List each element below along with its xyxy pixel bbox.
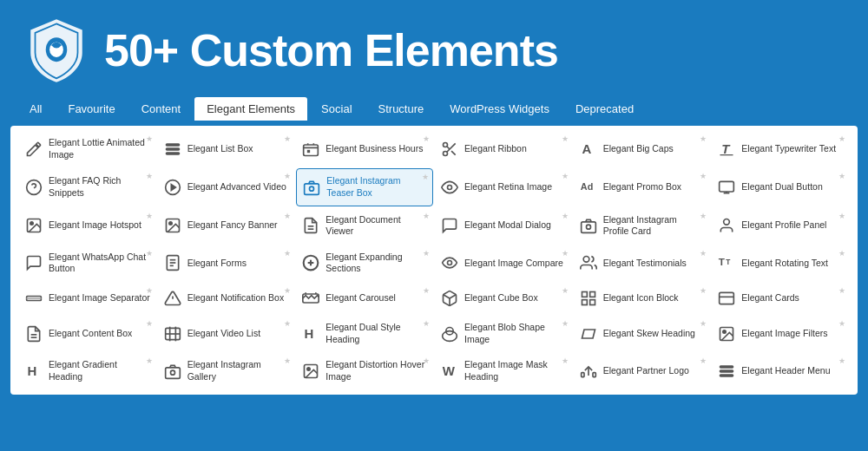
grid-item-10[interactable]: ★AdElegant Promo Box	[574, 168, 711, 206]
grid-item-20[interactable]: ★Elegant Expanding Sections	[296, 245, 433, 281]
item-label: Elegant Document Viewer	[326, 214, 428, 238]
grid-item-33[interactable]: ★Elegant Blob Shape Image	[435, 316, 572, 351]
tab-structure[interactable]: Structure	[366, 97, 437, 121]
svg-rect-17	[720, 181, 734, 192]
tabs-bar: All Favourite Content Elegant Elements S…	[0, 97, 868, 121]
grid-item-18[interactable]: ★Elegant WhatsApp Chat Button	[19, 245, 156, 281]
grid-item-17[interactable]: ★Elegant Profile Panel	[712, 208, 849, 244]
svg-marker-12	[171, 185, 175, 191]
grid-item-41[interactable]: ★Elegant Header Menu	[712, 353, 849, 389]
grid-item-32[interactable]: ★HElegant Dual Style Heading	[296, 316, 433, 351]
grid-item-35[interactable]: ★Elegant Image Filters	[712, 316, 849, 351]
elements-grid: ★Elegant Lottie Animated Image★Elegant L…	[19, 131, 849, 389]
svg-point-34	[448, 261, 452, 265]
item-label: Elegant Promo Box	[603, 181, 681, 193]
item-icon: W	[440, 362, 459, 381]
svg-rect-2	[166, 144, 179, 146]
item-label: Elegant Cube Box	[464, 292, 538, 304]
grid-item-13[interactable]: ★Elegant Fancy Banner	[158, 208, 295, 244]
star-icon: ★	[146, 319, 153, 328]
star-icon: ★	[284, 134, 291, 143]
star-icon: ★	[838, 356, 845, 365]
grid-item-1[interactable]: ★Elegant List Box	[158, 131, 295, 167]
grid-item-8[interactable]: ★Elegant Instagram Teaser Box	[296, 168, 433, 206]
grid-item-40[interactable]: ★Elegant Partner Logo	[574, 353, 711, 389]
grid-item-0[interactable]: ★Elegant Lottie Animated Image	[19, 131, 156, 167]
star-icon: ★	[284, 319, 291, 328]
item-label: Elegant Image Hotspot	[49, 219, 141, 232]
grid-item-12[interactable]: ★Elegant Image Hotspot	[19, 208, 156, 244]
item-label: Elegant Fancy Banner	[187, 219, 278, 232]
grid-item-2[interactable]: ★Elegant Business Hours	[296, 131, 433, 167]
grid-item-27[interactable]: ★Elegant Cube Box	[435, 283, 572, 314]
item-label: Elegant Business Hours	[326, 143, 423, 155]
star-icon: ★	[423, 319, 430, 328]
item-label: Elegant Notification Box	[187, 292, 284, 304]
star-icon: ★	[700, 356, 707, 365]
grid-item-6[interactable]: ★Elegant FAQ Rich Snippets	[19, 168, 156, 206]
svg-rect-5	[304, 145, 319, 156]
grid-item-28[interactable]: ★Elegant Icon Block	[574, 283, 711, 314]
item-label: Elegant Image Filters	[741, 328, 827, 340]
tab-wordpress-widgets[interactable]: WordPress Widgets	[437, 97, 562, 121]
star-icon: ★	[700, 172, 707, 180]
grid-item-25[interactable]: ★Elegant Notification Box	[158, 283, 295, 314]
tab-content[interactable]: Content	[129, 97, 194, 121]
svg-point-57	[443, 330, 457, 341]
svg-point-65	[307, 368, 310, 370]
star-icon: ★	[146, 249, 153, 258]
item-label: Elegant Dual Style Heading	[326, 322, 428, 345]
item-icon	[163, 362, 182, 381]
item-label: Elegant Carousel	[326, 292, 396, 304]
grid-item-3[interactable]: ★Elegant Ribbon	[435, 131, 572, 167]
svg-rect-67	[581, 373, 583, 377]
star-icon: ★	[284, 286, 291, 295]
grid-item-38[interactable]: ★Elegant Distortion Hover Image	[296, 353, 433, 389]
grid-item-34[interactable]: ★Elegant Skew Heading	[574, 316, 711, 351]
item-label: Elegant Instagram Profile Card	[603, 214, 706, 238]
grid-item-30[interactable]: ★Elegant Content Box	[19, 316, 156, 351]
item-label: Elegant Skew Heading	[603, 328, 695, 340]
tab-favourite[interactable]: Favourite	[56, 97, 127, 121]
item-icon	[579, 216, 598, 235]
grid-item-36[interactable]: ★HElegant Gradient Heading	[19, 353, 156, 389]
star-icon: ★	[284, 356, 291, 365]
grid-item-4[interactable]: ★AElegant Big Caps	[574, 131, 711, 167]
grid-item-5[interactable]: ★TElegant Typewriter Text	[712, 131, 849, 167]
tab-elegant-elements[interactable]: Elegant Elements	[194, 97, 307, 121]
grid-item-14[interactable]: ★Elegant Document Viewer	[296, 208, 433, 244]
grid-item-11[interactable]: ★Elegant Dual Button	[712, 168, 849, 206]
tab-all[interactable]: All	[17, 97, 54, 121]
svg-text:A: A	[582, 141, 591, 156]
grid-item-31[interactable]: ★Elegant Video List	[158, 316, 295, 351]
grid-item-37[interactable]: ★Elegant Instagram Gallery	[158, 353, 295, 389]
grid-item-16[interactable]: ★Elegant Instagram Profile Card	[574, 208, 711, 244]
grid-item-21[interactable]: ★Elegant Image Compare	[435, 245, 572, 281]
star-icon: ★	[838, 172, 845, 180]
item-label: Elegant Header Menu	[741, 365, 830, 377]
item-label: Elegant Big Caps	[603, 143, 674, 155]
tab-deprecated[interactable]: Deprecated	[563, 97, 646, 121]
star-icon: ★	[700, 249, 707, 258]
shield-icon	[26, 16, 87, 85]
star-icon: ★	[838, 286, 845, 295]
svg-rect-48	[720, 292, 734, 304]
tab-social[interactable]: Social	[309, 97, 364, 121]
grid-item-9[interactable]: ★Elegant Retina Image	[435, 168, 572, 206]
grid-item-7[interactable]: ★Elegant Advanced Video	[158, 168, 295, 206]
item-icon	[717, 178, 736, 197]
svg-rect-24	[581, 222, 595, 233]
grid-item-23[interactable]: ★TTElegant Rotating Text	[712, 245, 849, 281]
grid-item-15[interactable]: ★Elegant Modal Dialog	[435, 208, 572, 244]
grid-item-26[interactable]: ★Elegant Carousel	[296, 283, 433, 314]
item-icon	[579, 289, 598, 308]
grid-item-22[interactable]: ★Elegant Testimonials	[574, 245, 711, 281]
star-icon: ★	[838, 134, 845, 143]
svg-text:T: T	[726, 258, 730, 266]
item-icon	[24, 289, 43, 308]
grid-item-24[interactable]: ★Elegant Image Separator	[19, 283, 156, 314]
svg-text:W: W	[443, 363, 456, 378]
grid-item-29[interactable]: ★Elegant Cards	[712, 283, 849, 314]
grid-item-39[interactable]: ★WElegant Image Mask Heading	[435, 353, 572, 389]
grid-item-19[interactable]: ★Elegant Forms	[158, 245, 295, 281]
